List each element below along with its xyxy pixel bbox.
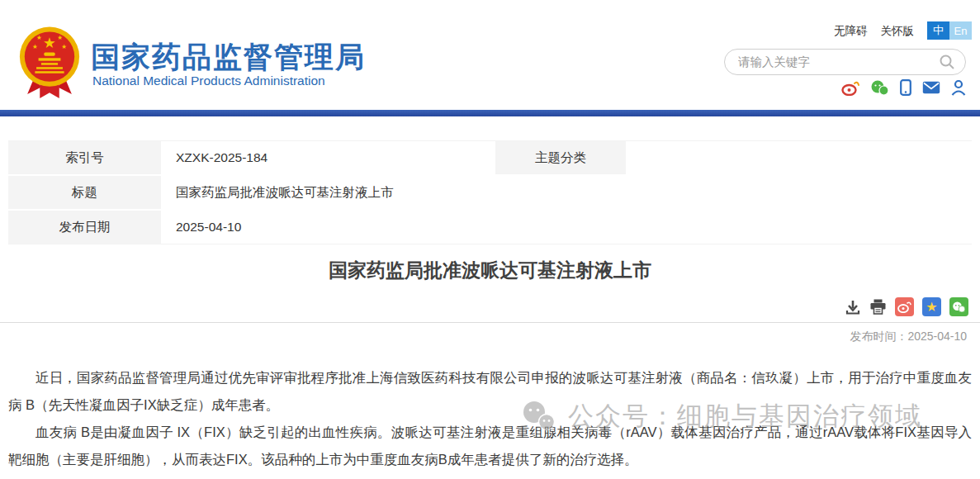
- info-value-date: 2025-04-10: [161, 211, 972, 244]
- info-label-index: 索引号: [8, 141, 161, 174]
- user-icon[interactable]: [951, 79, 966, 96]
- document-info-table: 索引号 XZXK-2025-184 主题分类 标题 国家药监局批准波哌达可基注射…: [8, 140, 972, 244]
- page: ★ ★ ★ ★ ★ 国家药品监督管理局 National Medical Pro…: [0, 0, 980, 479]
- language-toggle: 中 En: [927, 21, 972, 40]
- info-label-topic: 主题分类: [495, 141, 626, 174]
- article-toolbar: ★: [845, 297, 968, 316]
- mail-icon[interactable]: [922, 81, 940, 94]
- svg-text:★: ★: [32, 43, 38, 50]
- info-value-topic: [626, 141, 972, 174]
- social-icons-row: [841, 79, 966, 96]
- search-box: [724, 49, 966, 75]
- wechat-icon[interactable]: [870, 80, 889, 96]
- info-label-date: 发布日期: [8, 211, 161, 244]
- info-value-title: 国家药监局批准波哌达可基注射液上市: [161, 176, 972, 209]
- download-icon[interactable]: [845, 299, 861, 315]
- nav-divider-bar: [0, 110, 980, 116]
- info-label-title: 标题: [8, 176, 161, 209]
- favorite-star-icon[interactable]: ★: [922, 297, 941, 316]
- svg-text:★: ★: [57, 34, 63, 41]
- print-icon[interactable]: [869, 299, 887, 315]
- info-value-index: XZXK-2025-184: [161, 141, 495, 174]
- site-subtitle: National Medical Products Administration: [92, 74, 325, 88]
- lang-zh-button[interactable]: 中: [927, 21, 949, 40]
- svg-text:★: ★: [43, 35, 56, 51]
- article-body: 近日，国家药品监督管理局通过优先审评审批程序批准上海信致医药科技有限公司申报的波…: [8, 364, 972, 473]
- search-input[interactable]: [738, 55, 939, 69]
- care-version-link[interactable]: 关怀版: [881, 24, 915, 39]
- article-paragraph: 近日，国家药品监督管理局通过优先审评审批程序批准上海信致医药科技有限公司申报的波…: [8, 364, 972, 419]
- site-title: 国家药品监督管理局: [91, 38, 366, 77]
- lang-en-button[interactable]: En: [949, 21, 972, 40]
- accessibility-link[interactable]: 无障碍: [834, 24, 868, 39]
- svg-text:★: ★: [61, 43, 67, 50]
- top-utility-links: 无障碍 关怀版: [834, 24, 914, 39]
- national-emblem-logo[interactable]: ★ ★ ★ ★ ★: [15, 25, 84, 102]
- publish-time-value: 2025-04-10: [907, 330, 967, 343]
- share-wechat-icon[interactable]: [949, 297, 968, 316]
- publish-time-label: 发布时间：: [850, 330, 907, 343]
- mobile-icon[interactable]: [900, 79, 911, 96]
- article-title: 国家药监局批准波哌达可基注射液上市: [0, 258, 980, 283]
- publish-time: 发布时间：2025-04-10: [850, 330, 967, 344]
- share-weibo-icon[interactable]: [895, 297, 914, 316]
- svg-text:★: ★: [36, 34, 42, 41]
- weibo-icon[interactable]: [841, 80, 859, 96]
- article-divider: [0, 322, 980, 323]
- article-paragraph: 血友病 B是由凝血因子 IX（FIX）缺乏引起的出血性疾病。波哌达可基注射液是重…: [8, 419, 972, 473]
- search-icon[interactable]: [939, 54, 955, 70]
- national-emblem-icon: ★ ★ ★ ★ ★: [15, 25, 84, 102]
